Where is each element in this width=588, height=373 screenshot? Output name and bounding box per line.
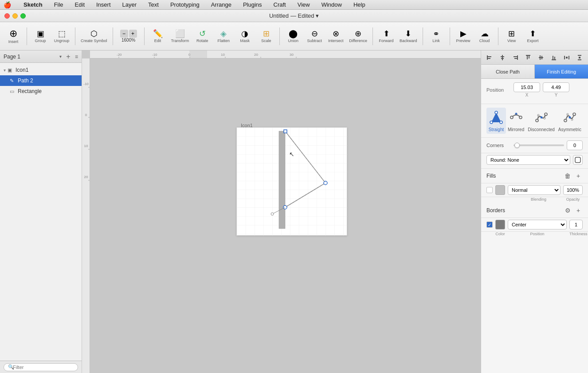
round-icon-button[interactable]	[573, 155, 583, 165]
corners-slider[interactable]	[514, 144, 564, 146]
border-color-swatch[interactable]	[495, 220, 505, 229]
fill-opacity-input[interactable]	[563, 185, 583, 195]
point-type-mirrored[interactable]: Mirrored	[506, 108, 526, 134]
union-button[interactable]: ⬤ Union	[283, 25, 303, 48]
scale-button[interactable]: ⊞ Scale	[256, 25, 276, 48]
round-row: Round: None	[481, 153, 588, 169]
fill-checkbox[interactable]	[486, 187, 493, 193]
insert-button[interactable]: ⊕ Insert	[4, 25, 23, 48]
distribute-v-button[interactable]	[575, 53, 584, 62]
menu-window[interactable]: Window	[320, 1, 344, 8]
disconnected-label: Disconnected	[528, 127, 555, 132]
group-button[interactable]: ▣ Group	[31, 25, 50, 48]
layer-item-path2[interactable]: ✎ Path 2	[0, 75, 82, 86]
align-middle-v-button[interactable]	[536, 53, 546, 62]
toolbar-separator-4	[144, 27, 145, 45]
borders-add-button[interactable]: +	[574, 206, 583, 215]
menu-help[interactable]: Help	[352, 1, 367, 8]
layer-expand-icon[interactable]: ▾	[4, 68, 6, 73]
export-button[interactable]: ⬆ Export	[523, 25, 543, 48]
intersect-button[interactable]: ⊗ Intersect	[326, 25, 345, 48]
filter-input[interactable]	[4, 363, 78, 371]
path-actions: Close Path Finish Editing	[481, 65, 588, 79]
backward-button[interactable]: ⬇ Backward	[398, 25, 419, 48]
layer-item-icon1[interactable]: ▾ ▣ Icon1	[0, 65, 82, 75]
align-right-button[interactable]	[510, 53, 520, 62]
page-dropdown-icon[interactable]: ▾	[59, 54, 62, 59]
toolbar-separator-7	[423, 27, 423, 45]
link-button[interactable]: ⚭ Link	[427, 25, 446, 48]
sidebar-toggle-button[interactable]: ≡	[75, 54, 78, 60]
transform-button[interactable]: ⬜ Transform	[169, 25, 191, 48]
point-type-asymmetric[interactable]: Asymmetric	[557, 108, 583, 134]
rotate-button[interactable]: ↺ Rotate	[192, 25, 212, 48]
fills-delete-button[interactable]: 🗑	[563, 171, 572, 180]
menu-insert[interactable]: Insert	[94, 1, 113, 8]
svg-point-58	[495, 111, 498, 114]
menu-prototyping[interactable]: Prototyping	[169, 1, 201, 8]
svg-point-60	[490, 121, 493, 124]
border-thickness-input[interactable]	[569, 220, 583, 229]
maximize-window-button[interactable]	[20, 13, 26, 19]
align-center-h-button[interactable]	[498, 53, 507, 62]
create-symbol-button[interactable]: ⬡ Create Symbol	[79, 25, 109, 48]
apple-menu[interactable]: 🍎	[4, 1, 11, 8]
flatten-button[interactable]: ◈ Flatten	[214, 25, 233, 48]
insert-icon: ⊕	[9, 29, 17, 39]
fill-blend-select[interactable]: Normal	[508, 185, 561, 195]
menu-edit[interactable]: Edit	[73, 1, 86, 8]
minimize-window-button[interactable]	[12, 13, 18, 19]
position-y-input[interactable]	[543, 82, 569, 92]
cloud-button[interactable]: ☁ Cloud	[475, 25, 494, 48]
menu-arrange[interactable]: Arrange	[209, 1, 233, 8]
menu-sketch[interactable]: Sketch	[22, 1, 44, 8]
svg-text:-10: -10	[83, 82, 89, 86]
add-page-button[interactable]: +	[64, 53, 72, 61]
mask-button[interactable]: ◑ Mask	[235, 25, 255, 48]
menu-view[interactable]: View	[296, 1, 312, 8]
position-x-input[interactable]	[514, 82, 540, 92]
difference-button[interactable]: ⊕ Difference	[347, 25, 369, 48]
svg-point-75	[568, 117, 571, 119]
ungroup-button[interactable]: ⬚ Ungroup	[52, 25, 71, 48]
artboard[interactable]: ↖	[236, 127, 347, 236]
border-checkbox[interactable]: ✓	[486, 221, 493, 228]
corners-input[interactable]	[567, 140, 583, 150]
menu-layer[interactable]: Layer	[121, 1, 139, 8]
menu-text[interactable]: Text	[146, 1, 161, 8]
straight-icon	[488, 109, 504, 125]
close-path-button[interactable]: Close Path	[481, 65, 535, 78]
title-text: Untitled	[269, 12, 289, 19]
zoom-in-button[interactable]: +	[129, 30, 137, 38]
subtract-button[interactable]: ⊖ Subtract	[305, 25, 324, 48]
distribute-h-button[interactable]	[562, 53, 572, 62]
svg-text:20: 20	[84, 175, 88, 179]
layer-item-rectangle[interactable]: ▭ Rectangle	[0, 86, 82, 97]
menu-craft[interactable]: Craft	[272, 1, 288, 8]
toolbar-separator-1	[27, 27, 27, 45]
close-window-button[interactable]	[4, 13, 10, 19]
borders-settings-button[interactable]: ⚙	[563, 206, 572, 215]
menubar: 🍎 Sketch File Edit Insert Layer Text Pro…	[0, 0, 588, 10]
zoom-value[interactable]: 1600%	[122, 38, 135, 43]
fill-color-swatch[interactable]	[495, 185, 505, 195]
preview-button[interactable]: ▶ Preview	[454, 25, 473, 48]
forward-label: Forward	[379, 39, 394, 43]
zoom-out-button[interactable]: −	[120, 30, 128, 38]
fills-add-button[interactable]: +	[574, 171, 583, 180]
finish-editing-button[interactable]: Finish Editing	[535, 65, 588, 78]
menu-file[interactable]: File	[52, 1, 65, 8]
align-left-button[interactable]	[485, 53, 494, 62]
align-bottom-button[interactable]	[549, 53, 559, 62]
menu-plugins[interactable]: Plugins	[241, 1, 264, 8]
filter-search-icon: 🔍	[8, 364, 14, 370]
point-type-straight[interactable]: Straight	[486, 108, 506, 134]
round-select[interactable]: Round: None	[486, 155, 570, 165]
view-button[interactable]: ⊞ View	[502, 25, 521, 48]
border-position-select[interactable]: Center	[508, 220, 567, 229]
forward-button[interactable]: ⬆ Forward	[376, 25, 396, 48]
edit-button[interactable]: ✏️ Edit	[148, 25, 168, 48]
corners-slider-thumb[interactable]	[514, 143, 520, 148]
align-top-button[interactable]	[523, 53, 533, 62]
point-type-disconnected[interactable]: Disconnected	[526, 108, 557, 134]
